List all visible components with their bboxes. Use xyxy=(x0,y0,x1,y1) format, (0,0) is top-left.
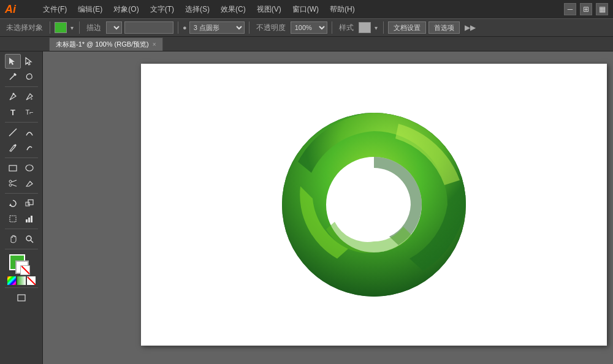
area-type-tool[interactable]: T⌐ xyxy=(21,105,37,119)
tool-sep-5 xyxy=(5,229,38,229)
rotate-tool[interactable] xyxy=(5,196,21,211)
preferences-button[interactable]: 首选项 xyxy=(428,21,460,34)
none-small-swatch[interactable] xyxy=(27,276,36,285)
none-swatch[interactable] xyxy=(20,265,30,275)
lasso-tool[interactable] xyxy=(21,69,37,84)
tool-row-8 xyxy=(5,176,37,191)
add-anchor-tool[interactable]: + xyxy=(21,89,37,104)
scale-tool[interactable] xyxy=(21,196,37,211)
menu-effect[interactable]: 效果(C) xyxy=(216,3,251,16)
toolbar-more-icon[interactable]: ▶▶ xyxy=(465,23,476,32)
opacity-label: 不透明度 xyxy=(254,23,288,33)
tab-bar: 未标题-1* @ 100% (RGB/预览) × xyxy=(0,37,613,51)
tool-row-6 xyxy=(5,140,37,155)
style-label: 样式 xyxy=(337,23,356,33)
artboard xyxy=(141,64,607,346)
logo-design xyxy=(276,107,472,303)
document-tab[interactable]: 未标题-1* @ 100% (RGB/预览) × xyxy=(49,37,163,51)
svg-text:+: + xyxy=(30,96,33,101)
point-select[interactable]: 3 点圆形 xyxy=(189,21,245,34)
menu-view[interactable]: 视图(V) xyxy=(252,3,286,16)
tab-close-button[interactable]: × xyxy=(153,41,156,48)
magic-wand-tool[interactable] xyxy=(5,69,21,84)
arc-tool[interactable] xyxy=(21,125,37,140)
svg-line-11 xyxy=(12,180,17,182)
toolbar-sep-6 xyxy=(383,21,384,34)
graph-tool[interactable] xyxy=(21,211,37,226)
toolbar: 未选择对象 ▾ 描边 ● 3 点圆形 不透明度 100% 样式 ▾ 文档设置 首… xyxy=(0,18,613,37)
color-small-swatch[interactable] xyxy=(7,276,16,285)
stroke-select[interactable] xyxy=(106,21,122,34)
free-transform-tool[interactable] xyxy=(5,211,21,226)
svg-point-4 xyxy=(13,93,15,95)
style-arrow[interactable]: ▾ xyxy=(373,25,379,31)
svg-marker-0 xyxy=(9,58,15,65)
tool-sep-6 xyxy=(5,249,38,249)
svg-marker-13 xyxy=(9,203,12,206)
svg-rect-14 xyxy=(26,202,29,206)
menu-file[interactable]: 文件(F) xyxy=(38,3,72,16)
main-area: + T T⌐ xyxy=(0,51,613,364)
tool-row-2 xyxy=(5,69,37,84)
toolbar-sep-3 xyxy=(178,21,178,34)
small-swatches xyxy=(7,276,36,285)
svg-line-6 xyxy=(9,129,17,136)
canvas-area xyxy=(43,51,613,364)
color-section xyxy=(7,254,36,285)
tool-sep-3 xyxy=(5,157,38,158)
svg-rect-7 xyxy=(9,165,17,171)
type-tool[interactable]: T xyxy=(5,105,21,119)
svg-rect-19 xyxy=(31,216,32,222)
toolbar-sep-4 xyxy=(249,21,249,34)
gradient-small-swatch[interactable] xyxy=(17,276,26,285)
smooth-tool[interactable] xyxy=(21,140,37,155)
pencil-tool[interactable] xyxy=(5,140,21,155)
swatch-area xyxy=(9,254,34,275)
tool-row-11 xyxy=(5,232,37,246)
svg-line-21 xyxy=(31,240,33,243)
toolbar-sep-2 xyxy=(79,21,80,34)
stroke-color-input[interactable] xyxy=(124,21,173,34)
style-swatch[interactable] xyxy=(359,22,371,33)
zoom-tool[interactable] xyxy=(21,232,37,246)
svg-point-8 xyxy=(26,165,33,171)
no-selection-label: 未选择对象 xyxy=(4,23,45,33)
tab-title: 未标题-1* @ 100% (RGB/预览) xyxy=(56,40,149,49)
svg-line-12 xyxy=(12,184,17,186)
pen-tool[interactable] xyxy=(5,89,21,104)
menu-type[interactable]: 文字(T) xyxy=(145,3,179,16)
tool-sep-7 xyxy=(5,287,38,288)
doc-settings-button[interactable]: 文档设置 xyxy=(388,21,426,34)
line-tool[interactable] xyxy=(5,125,21,140)
opacity-select[interactable]: 100% xyxy=(291,21,327,34)
point-prefix: ● xyxy=(183,24,187,31)
menu-object[interactable]: 对象(O) xyxy=(109,3,143,16)
tool-row-3: + xyxy=(5,89,37,104)
eraser-tool[interactable] xyxy=(21,176,37,191)
menu-bar: 文件(F) 编辑(E) 对象(O) 文字(T) 选择(S) 效果(C) 视图(V… xyxy=(38,3,360,16)
fill-color-arrow[interactable]: ▾ xyxy=(69,25,75,31)
scissors-tool[interactable] xyxy=(5,176,21,191)
change-screen-mode[interactable] xyxy=(13,290,29,305)
left-toolbar: + T T⌐ xyxy=(0,51,43,364)
selection-tool[interactable] xyxy=(5,54,21,69)
svg-line-2 xyxy=(10,75,15,80)
tool-row-7 xyxy=(5,161,37,175)
svg-rect-17 xyxy=(26,219,28,222)
menu-help[interactable]: 帮助(H) xyxy=(325,3,360,16)
window-grid[interactable]: ⊞ xyxy=(580,3,592,15)
menu-edit[interactable]: 编辑(E) xyxy=(73,3,107,16)
title-bar: Ai 文件(F) 编辑(E) 对象(O) 文字(T) 选择(S) 效果(C) 视… xyxy=(0,0,613,18)
svg-point-9 xyxy=(9,180,12,183)
ellipse-tool[interactable] xyxy=(21,161,37,175)
hand-tool[interactable] xyxy=(5,232,21,246)
window-mode[interactable]: ▦ xyxy=(596,3,608,15)
direct-selection-tool[interactable] xyxy=(21,54,37,69)
tool-sep-1 xyxy=(5,86,38,87)
fill-color-swatch[interactable] xyxy=(55,22,67,33)
window-minimize[interactable]: ─ xyxy=(564,3,576,15)
menu-select[interactable]: 选择(S) xyxy=(180,3,215,16)
rectangle-tool[interactable] xyxy=(5,161,21,175)
tool-row-1 xyxy=(5,54,37,69)
menu-window[interactable]: 窗口(W) xyxy=(287,3,324,16)
